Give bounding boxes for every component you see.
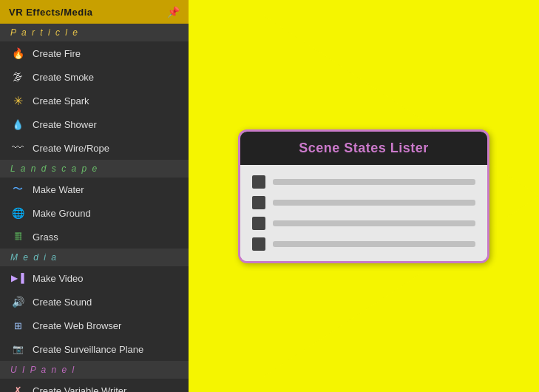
sidebar-item-label: Create Shower bbox=[33, 119, 97, 130]
sidebar-item-label: Create Surveillance Plane bbox=[33, 344, 143, 355]
video-icon: ▶▐ bbox=[10, 271, 25, 285]
sidebar-item-label: Create Fire bbox=[33, 48, 81, 59]
ground-icon: 🌐 bbox=[10, 206, 25, 220]
surveillance-icon: 📷 bbox=[10, 342, 25, 356]
scene-row bbox=[252, 196, 475, 209]
scene-card-body bbox=[240, 165, 487, 261]
sidebar-item-label: Create Spark bbox=[33, 95, 89, 107]
sidebar-item-make-ground[interactable]: 🌐 Make Ground bbox=[0, 201, 189, 225]
scene-card-title: Scene States Lister bbox=[299, 141, 429, 155]
spark-icon: ✳ bbox=[10, 93, 25, 108]
sidebar-item-create-sound[interactable]: 🔊 Create Sound bbox=[0, 290, 189, 314]
grass-icon: 𝄜 bbox=[10, 229, 25, 244]
smoke-icon: 🌫 bbox=[10, 70, 25, 84]
sound-icon: 🔊 bbox=[10, 294, 25, 309]
sidebar-item-create-wire[interactable]: 〰 Create Wire/Rope bbox=[0, 136, 189, 160]
scene-row-line bbox=[273, 179, 475, 185]
browser-icon: ⊞ bbox=[10, 318, 25, 333]
scene-row-checkbox bbox=[252, 237, 265, 251]
scene-row-line bbox=[273, 200, 475, 206]
category-particle: P a r t i c l e bbox=[0, 24, 189, 41]
sidebar-item-label: Create Variable Writer bbox=[33, 385, 126, 393]
scene-row-line bbox=[273, 241, 475, 247]
scene-row bbox=[252, 237, 475, 251]
sidebar: VR Effects/Media 📌 P a r t i c l e 🔥 Cre… bbox=[0, 0, 189, 392]
scene-states-card: Scene States Lister bbox=[238, 129, 489, 263]
sidebar-item-create-shower[interactable]: 💧 Create Shower bbox=[0, 112, 189, 136]
main-content: Scene States Lister bbox=[189, 0, 539, 392]
sidebar-item-label: Create Sound bbox=[33, 297, 92, 308]
sidebar-item-label: Make Water bbox=[33, 184, 84, 195]
scene-row-checkbox bbox=[252, 196, 265, 209]
sidebar-item-label: Make Video bbox=[33, 273, 83, 284]
sidebar-item-make-video[interactable]: ▶▐ Make Video bbox=[0, 266, 189, 290]
category-media: M e d i a bbox=[0, 249, 189, 266]
category-ui-panel: U I P a n e l bbox=[0, 361, 189, 379]
scene-row-line bbox=[273, 220, 475, 226]
variable-icon: ✗ bbox=[10, 383, 25, 392]
scene-card-header: Scene States Lister bbox=[240, 132, 487, 165]
fire-icon: 🔥 bbox=[10, 46, 25, 61]
sidebar-item-create-variable-writer[interactable]: ✗ Create Variable Writer bbox=[0, 379, 189, 392]
sidebar-title: VR Effects/Media bbox=[9, 7, 92, 18]
sidebar-item-label: Create Smoke bbox=[33, 72, 94, 83]
sidebar-item-create-surveillance-plane[interactable]: 📷 Create Surveillance Plane bbox=[0, 337, 189, 361]
sidebar-item-label: Make Ground bbox=[33, 208, 91, 219]
water-icon: 〜 bbox=[10, 182, 25, 197]
sidebar-item-create-spark[interactable]: ✳ Create Spark bbox=[0, 89, 189, 112]
wire-icon: 〰 bbox=[10, 141, 25, 155]
scene-row-checkbox bbox=[252, 217, 265, 230]
scene-row bbox=[252, 217, 475, 230]
sidebar-item-label: Create Wire/Rope bbox=[33, 143, 109, 154]
scene-row-checkbox bbox=[252, 175, 265, 189]
sidebar-header: VR Effects/Media 📌 bbox=[0, 0, 189, 24]
category-landscape: L a n d s c a p e bbox=[0, 160, 189, 178]
sidebar-item-create-smoke[interactable]: 🌫 Create Smoke bbox=[0, 65, 189, 89]
sidebar-item-label: Create Web Browser bbox=[33, 320, 121, 331]
shower-icon: 💧 bbox=[10, 117, 25, 132]
sidebar-item-create-fire[interactable]: 🔥 Create Fire bbox=[0, 41, 189, 65]
sidebar-item-label: Grass bbox=[33, 232, 58, 243]
sidebar-item-create-web-browser[interactable]: ⊞ Create Web Browser bbox=[0, 314, 189, 337]
sidebar-item-grass[interactable]: 𝄜 Grass bbox=[0, 225, 189, 249]
scene-row bbox=[252, 175, 475, 189]
pin-icon: 📌 bbox=[167, 6, 180, 18]
sidebar-item-make-water[interactable]: 〜 Make Water bbox=[0, 178, 189, 201]
